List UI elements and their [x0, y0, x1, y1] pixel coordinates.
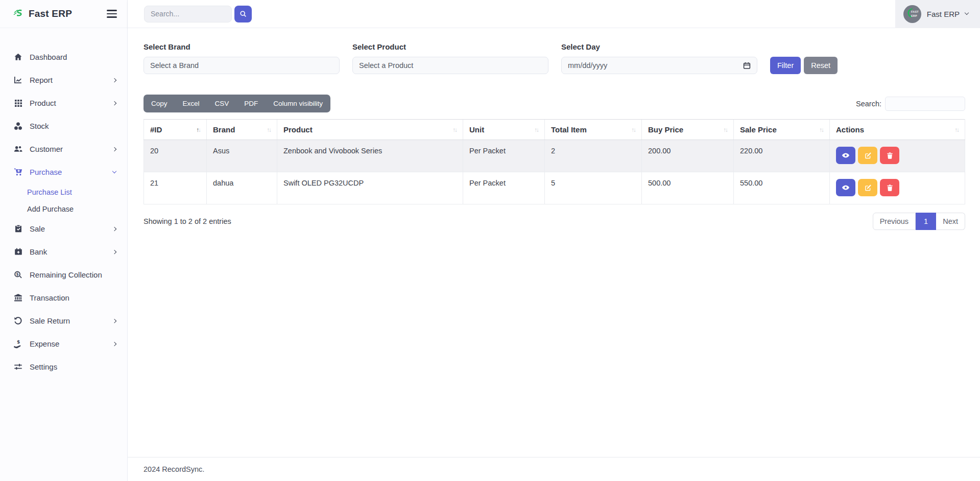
sidebar-subitem-purchase-list[interactable]: Purchase List: [0, 184, 127, 200]
table-search-input[interactable]: [885, 97, 965, 111]
sidebar-item-label: Product: [30, 99, 106, 107]
chevron-right-icon: [112, 318, 116, 323]
column-header-product[interactable]: Product↑↓: [277, 120, 463, 140]
sidebar-item-customer[interactable]: Customer: [0, 138, 127, 161]
sidebar-item-dashboard[interactable]: Dashboard: [0, 45, 127, 68]
date-input[interactable]: mm/dd/yyyy: [561, 57, 757, 74]
chevron-down-icon: [965, 11, 969, 15]
entries-info: Showing 1 to 2 of 2 entries: [144, 217, 231, 225]
sidebar-nav: Dashboard Report Product Stock Customer …: [0, 28, 127, 378]
view-button[interactable]: [836, 179, 855, 196]
sidebar-item-transaction[interactable]: Transaction: [0, 286, 127, 309]
sidebar-header: Fast ERP: [0, 0, 127, 28]
delete-button[interactable]: [880, 147, 899, 164]
avatar: FASTERP: [903, 5, 921, 23]
sidebar-item-sale-return[interactable]: Sale Return: [0, 309, 127, 332]
cell-unit: Per Packet: [463, 172, 545, 204]
excel-button[interactable]: Excel: [175, 95, 207, 112]
topbar: FASTERP Fast ERP: [128, 0, 980, 28]
edit-button[interactable]: [858, 179, 877, 196]
filter-button[interactable]: Filter: [770, 57, 801, 74]
column-header-brand[interactable]: Brand↑↓: [207, 120, 277, 140]
reset-button[interactable]: Reset: [804, 57, 838, 74]
edit-button[interactable]: [858, 147, 877, 164]
table-footer-row: Showing 1 to 2 of 2 entries Previous 1 N…: [144, 213, 965, 230]
search-button[interactable]: [234, 6, 252, 22]
sidebar-item-stock[interactable]: Stock: [0, 114, 127, 138]
sidebar-item-expense[interactable]: $ Expense: [0, 332, 127, 355]
sort-icon: ↑↓: [632, 127, 636, 133]
product-filter-label: Select Product: [352, 42, 548, 51]
eye-icon: [842, 151, 850, 159]
product-select[interactable]: Select a Product: [352, 57, 548, 74]
cell-sale-price: 220.00: [734, 140, 830, 172]
column-header-unit[interactable]: Unit↑↓: [463, 120, 545, 140]
calendar-icon[interactable]: [743, 62, 751, 70]
cubes-icon: [14, 122, 22, 130]
column-header-id[interactable]: #ID↑↓: [144, 120, 207, 140]
calendar-plus-icon: [14, 247, 22, 256]
column-header-actions[interactable]: Actions↑↓: [830, 120, 965, 140]
view-button[interactable]: [836, 147, 855, 164]
edit-pencil-icon: [864, 184, 872, 192]
sidebar-item-bank[interactable]: Bank: [0, 240, 127, 263]
trash-icon: [886, 152, 894, 159]
sort-icon: ↑↓: [267, 127, 271, 133]
hamburger-menu-icon[interactable]: [107, 10, 117, 17]
cell-product: Swift OLED PG32UCDP: [277, 172, 463, 204]
table-search-label: Search:: [856, 100, 881, 108]
hand-dollar-icon: $: [14, 339, 22, 348]
brand-select[interactable]: Select a Brand: [144, 57, 340, 74]
column-visibility-button[interactable]: Column visibility: [266, 95, 330, 112]
chevron-down-icon: [112, 169, 116, 173]
app-logo[interactable]: Fast ERP: [13, 8, 107, 19]
cell-total-item: 2: [545, 140, 642, 172]
sort-icon: ↑↓: [453, 127, 457, 133]
sidebar-item-label: Purchase: [30, 168, 106, 176]
sort-icon: ↑↓: [955, 127, 959, 133]
cell-product: Zenbook and Vivobook Series: [277, 140, 463, 172]
sidebar-subitem-add-purchase[interactable]: Add Purchase: [0, 200, 127, 217]
previous-page-button[interactable]: Previous: [873, 213, 916, 230]
avatar-text: FASTERP: [911, 10, 919, 18]
column-header-sale-price[interactable]: Sale Price↑↓: [734, 120, 830, 140]
sidebar-item-label: Dashboard: [30, 53, 116, 61]
sidebar-item-sale[interactable]: Sale: [0, 217, 127, 240]
search-input[interactable]: [144, 6, 232, 22]
main-pane: FASTERP Fast ERP Select Brand Select a B…: [128, 0, 980, 481]
pdf-button[interactable]: PDF: [236, 95, 266, 112]
table-header-row: #ID↑↓ Brand↑↓ Product↑↓ Unit↑↓ Total Ite…: [144, 120, 965, 140]
copy-button[interactable]: Copy: [144, 95, 175, 112]
footer-text: 2024 RecordSync.: [144, 465, 204, 473]
next-page-button[interactable]: Next: [936, 213, 965, 230]
sidebar-item-label: Stock: [30, 122, 116, 130]
table-row: 21 dahua Swift OLED PG32UCDP Per Packet …: [144, 172, 965, 204]
app-title: Fast ERP: [29, 8, 72, 19]
purchase-list-content: Select Brand Select a Brand Select Produ…: [128, 28, 980, 457]
global-search: [144, 6, 252, 22]
page-1-button[interactable]: 1: [916, 213, 936, 230]
sidebar-item-product[interactable]: Product: [0, 91, 127, 114]
user-menu[interactable]: FASTERP Fast ERP: [895, 0, 980, 28]
chevron-right-icon: [112, 341, 116, 346]
cell-brand: Asus: [207, 140, 277, 172]
home-icon: [14, 53, 22, 61]
cell-id: 20: [144, 140, 207, 172]
row-actions: [836, 179, 959, 196]
column-header-total-item[interactable]: Total Item↑↓: [545, 120, 642, 140]
sort-icon: ↑↓: [820, 127, 824, 133]
cell-buy-price: 500.00: [642, 172, 734, 204]
sidebar-item-settings[interactable]: Settings: [0, 355, 127, 378]
users-icon: [14, 145, 22, 153]
sidebar-item-purchase[interactable]: Purchase: [0, 161, 127, 184]
product-filter-group: Select Product Select a Product: [352, 42, 548, 74]
csv-button[interactable]: CSV: [207, 95, 237, 112]
sidebar-item-remaining-collection[interactable]: $ Remaining Collection: [0, 263, 127, 286]
sidebar-item-report[interactable]: Report: [0, 68, 127, 91]
svg-text:$: $: [16, 272, 19, 277]
sidebar-item-label: Report: [30, 76, 106, 84]
column-header-buy-price[interactable]: Buy Price↑↓: [642, 120, 734, 140]
cell-unit: Per Packet: [463, 140, 545, 172]
eye-icon: [842, 184, 850, 192]
delete-button[interactable]: [880, 179, 899, 196]
